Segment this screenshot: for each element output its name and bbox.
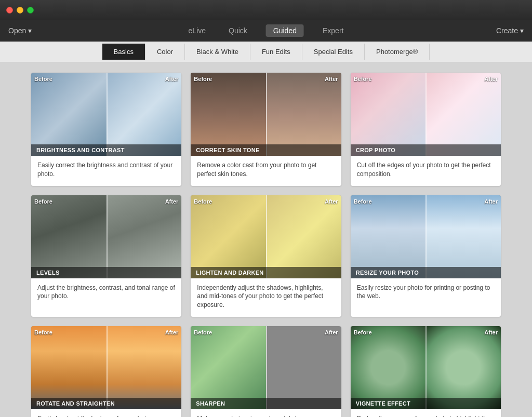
card-title-brightness: BRIGHTNESS AND CONTRAST <box>36 147 176 153</box>
before-label-levels: Before <box>34 198 52 205</box>
card-body-crop: Cut off the edges of your photo to get t… <box>351 156 501 186</box>
before-label-lighten: Before <box>194 198 212 205</box>
tab-fun-edits[interactable]: Fun Edits <box>250 44 302 60</box>
cards-grid: Before After BRIGHTNESS AND CONTRAST Eas… <box>31 73 501 417</box>
title-bar <box>0 0 532 20</box>
card-sharpen[interactable]: Before After SHARPEN Make your photo cri… <box>191 326 341 417</box>
card-title-bar-rotate: ROTATE AND STRAIGHTEN <box>31 398 181 409</box>
create-label: Create <box>496 26 518 35</box>
card-body-levels: Adjust the brightness, contrast, and ton… <box>31 278 181 308</box>
tab-quick[interactable]: Quick <box>224 24 251 37</box>
open-arrow-icon: ▾ <box>28 26 32 35</box>
after-image-vignette <box>425 326 501 409</box>
tab-color[interactable]: Color <box>145 44 185 60</box>
tab-expert[interactable]: Expert <box>318 24 348 37</box>
card-title-bar-vignette: VIGNETTE EFFECT <box>351 398 501 409</box>
after-label-brightness: After <box>165 76 179 82</box>
card-title-bar-skintone: CORRECT SKIN TONE <box>191 144 341 156</box>
card-desc-lighten: Independently adjust the shadows, highli… <box>197 284 335 310</box>
after-image-sharpen <box>266 326 341 409</box>
after-label-levels: After <box>165 198 179 205</box>
card-image-sharpen: Before After SHARPEN <box>191 326 341 409</box>
after-image-crop <box>425 73 501 156</box>
divider-line <box>107 326 108 409</box>
card-body-sharpen: Make your photo crisp and crystal clear. <box>191 409 341 417</box>
tab-basics[interactable]: Basics <box>102 44 145 60</box>
after-label-skintone: After <box>325 76 338 82</box>
card-desc-sharpen: Make your photo crisp and crystal clear. <box>197 414 335 417</box>
card-title-lighten: LIGHTEN AND DARKEN <box>196 270 336 276</box>
before-label-resize: Before <box>354 198 372 205</box>
card-title-rotate: ROTATE AND STRAIGHTEN <box>36 400 176 407</box>
card-skintone[interactable]: Before After CORRECT SKIN TONE Remove a … <box>191 73 341 186</box>
card-desc-rotate: Easily level out the horizon of your pho… <box>37 414 175 417</box>
card-desc-levels: Adjust the brightness, contrast, and ton… <box>37 284 175 301</box>
card-resize[interactable]: Before After RESIZE YOUR PHOTO Easily re… <box>351 195 501 317</box>
card-desc-brightness: Easily correct the brightness and contra… <box>37 161 175 179</box>
content-area: Before After BRIGHTNESS AND CONTRAST Eas… <box>0 62 532 417</box>
tab-bw[interactable]: Black & White <box>185 44 250 60</box>
card-title-bar-lighten: LIGHTEN AND DARKEN <box>191 267 341 278</box>
card-vignette[interactable]: Before After VIGNETTE EFFECT Darken the … <box>351 326 501 417</box>
card-lighten[interactable]: Before After LIGHTEN AND DARKEN Independ… <box>191 195 341 317</box>
close-button[interactable] <box>6 7 13 14</box>
before-label-brightness: Before <box>34 76 52 82</box>
tab-special-edits[interactable]: Special Edits <box>302 44 365 60</box>
after-label-lighten: After <box>325 198 338 205</box>
card-title-crop: CROP PHOTO <box>356 147 496 153</box>
card-brightness[interactable]: Before After BRIGHTNESS AND CONTRAST Eas… <box>31 73 181 186</box>
card-image-vignette: Before After VIGNETTE EFFECT <box>351 326 501 409</box>
minimize-button[interactable] <box>17 7 23 14</box>
after-image-lighten <box>266 195 341 278</box>
before-image-sharpen <box>191 326 266 409</box>
card-levels[interactable]: Before After LEVELS Adjust the brightnes… <box>31 195 181 317</box>
nav-tabs: eLive Quick Guided Expert <box>184 24 348 37</box>
divider-line <box>107 195 108 278</box>
before-image-rotate <box>31 326 107 409</box>
card-desc-crop: Cut off the edges of your photo to get t… <box>357 161 495 179</box>
card-image-rotate: Before After ROTATE AND STRAIGHTEN <box>31 326 181 409</box>
before-image-crop <box>351 73 426 156</box>
divider-line <box>266 195 267 278</box>
traffic-lights <box>6 7 34 14</box>
maximize-button[interactable] <box>27 7 34 14</box>
before-label-crop: Before <box>354 76 372 82</box>
card-title-skintone: CORRECT SKIN TONE <box>196 147 336 153</box>
card-title-bar-crop: CROP PHOTO <box>351 144 501 156</box>
card-desc-skintone: Remove a color cast from your photo to g… <box>197 161 335 179</box>
after-image-rotate <box>107 326 182 409</box>
divider-line <box>425 326 427 409</box>
divider-line <box>107 73 108 156</box>
open-button[interactable]: Open ▾ <box>8 26 32 35</box>
card-body-rotate: Easily level out the horizon of your pho… <box>31 409 181 417</box>
card-rotate[interactable]: Before After ROTATE AND STRAIGHTEN Easil… <box>31 326 181 417</box>
before-image-levels <box>31 195 107 278</box>
nav-left: Open ▾ <box>8 26 32 35</box>
divider-line <box>266 326 267 409</box>
tab-elive[interactable]: eLive <box>184 24 210 37</box>
card-body-vignette: Darken the corners of your photo to high… <box>351 409 501 417</box>
card-title-sharpen: SHARPEN <box>196 400 336 407</box>
after-label-vignette: After <box>484 329 498 335</box>
tab-bar: Basics Color Black & White Fun Edits Spe… <box>0 42 532 62</box>
before-image-resize <box>351 195 426 278</box>
after-image-resize <box>425 195 501 278</box>
card-body-brightness: Easily correct the brightness and contra… <box>31 156 181 186</box>
open-label: Open <box>8 26 26 35</box>
after-image-skintone <box>266 73 341 156</box>
before-image-vignette <box>351 326 426 409</box>
card-title-vignette: VIGNETTE EFFECT <box>356 400 496 407</box>
card-body-skintone: Remove a color cast from your photo to g… <box>191 156 341 186</box>
tab-guided[interactable]: Guided <box>266 24 304 37</box>
card-title-bar-brightness: BRIGHTNESS AND CONTRAST <box>31 144 181 156</box>
before-label-rotate: Before <box>34 329 52 335</box>
card-crop[interactable]: Before After CROP PHOTO Cut off the edge… <box>351 73 501 186</box>
card-title-bar-levels: LEVELS <box>31 267 181 278</box>
create-arrow-icon: ▾ <box>520 26 524 35</box>
create-button[interactable]: Create ▾ <box>496 26 524 35</box>
before-image-skintone <box>191 73 266 156</box>
tab-photomerge[interactable]: Photomerge® <box>365 44 430 60</box>
card-body-lighten: Independently adjust the shadows, highli… <box>191 278 341 317</box>
before-image-brightness <box>31 73 107 156</box>
card-desc-resize: Easily resize your photo for printing or… <box>357 284 495 301</box>
